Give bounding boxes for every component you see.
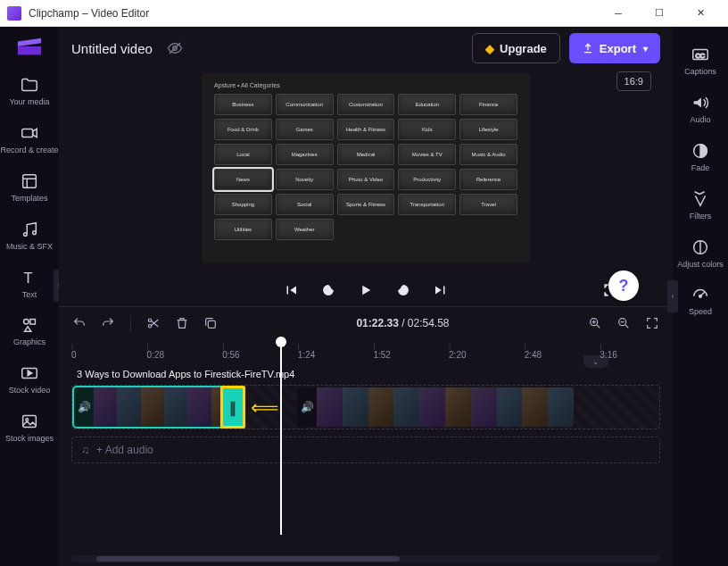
forward-button[interactable] [393,279,414,301]
preview-grid-cell: Weather [276,219,334,240]
redo-button[interactable] [100,315,116,331]
clip-filename-label: 3 Ways to Download Apps to Firestick-Fir… [71,367,300,381]
sidebar-label: Text [22,291,37,300]
preview-grid-cell: Customization [337,94,395,115]
zoom-in-button[interactable] [587,315,603,331]
sidebar-item-record-create[interactable]: Record & create [0,116,59,164]
captions-icon: CC [691,45,710,64]
sidebar-item-filters[interactable]: Filters [671,182,728,230]
duplicate-button[interactable] [203,315,219,331]
svg-rect-7 [30,320,35,325]
sidebar-item-templates[interactable]: Templates [0,164,59,212]
clip-audio-icon: 🔊 [74,387,94,427]
help-button[interactable]: ? [608,271,639,301]
trim-handle[interactable]: ‖ [220,386,245,429]
sidebar-item-audio[interactable]: Audio [671,86,728,134]
upgrade-label: Upgrade [500,42,547,55]
aspect-ratio-button[interactable]: 16:9 [616,71,651,91]
timeline-ruler[interactable]: 00:280:561:241:522:202:483:16 [59,338,673,362]
sidebar-item-speed[interactable]: Speed [671,278,728,326]
sidebar-item-text[interactable]: T Text [0,261,59,309]
diamond-icon: ◆ [485,42,494,55]
video-preview[interactable]: Apsture • All Categories BusinessCommuni… [202,73,530,263]
preview-grid-cell: Shopping [214,194,272,215]
preview-grid-cell: Magazines [276,144,334,165]
svg-point-6 [24,320,29,325]
export-button[interactable]: Export ▾ [569,33,660,63]
preview-grid-cell: Games [276,119,334,140]
sidebar-item-music-sfx[interactable]: Music & SFX [0,212,59,261]
sidebar-item-adjust-colors[interactable]: Adjust colors [671,230,728,279]
sidebar-item-fade[interactable]: Fade [671,134,728,182]
zoom-fit-button[interactable] [644,315,660,331]
upgrade-button[interactable]: ◆ Upgrade [472,33,560,63]
minimize-button[interactable]: ─ [598,0,639,27]
svg-point-4 [33,231,37,235]
svg-text:T: T [24,269,33,285]
sidebar-label: Fade [691,164,710,173]
sidebar-label: Adjust colors [677,261,724,270]
play-button[interactable] [355,279,376,301]
stock-video-icon [20,363,39,383]
skip-start-button[interactable] [280,279,302,301]
ruler-tick: 0:28 [147,342,164,360]
close-button[interactable]: ✕ [680,0,721,27]
rewind-button[interactable] [318,279,339,301]
sidebar-label: Filters [690,212,712,221]
svg-rect-9 [23,416,37,428]
current-time: 01:22.33 [356,317,398,329]
expand-right-panel[interactable]: ‹ [667,280,678,312]
video-clip-selected[interactable]: 🔊 [74,387,235,427]
filters-icon [691,189,710,209]
svg-rect-2 [23,174,37,187]
timeline-scrollbar[interactable] [71,555,660,562]
sidebar-item-captions[interactable]: CC Captions [671,37,728,86]
scrollbar-thumb[interactable] [96,556,400,562]
speed-icon [691,285,710,304]
sidebar-label: Stock video [9,387,51,395]
video-track[interactable]: 🔊 ‖ ⟸ 🔊 [71,385,660,429]
preview-grid-cell: News [214,169,272,190]
app-icon [7,6,21,21]
music-note-icon: ♫ [81,444,89,456]
add-audio-label: + Add audio [96,444,153,456]
preview-grid-cell: Medical [337,144,395,165]
preview-grid-cell: Social [276,194,334,215]
right-sidebar: CC Captions Audio Fade Filters Adjust co… [673,27,728,566]
split-button[interactable] [145,315,161,331]
visibility-icon[interactable] [167,40,183,56]
undo-button[interactable] [71,315,87,331]
left-sidebar: Your media Record & create Templates Mus… [0,27,59,566]
sidebar-item-stock-video[interactable]: Stock video [0,356,59,404]
sidebar-item-your-media[interactable]: Your media [0,68,59,116]
adjust-colors-icon [691,237,710,257]
maximize-button[interactable]: ☐ [639,0,680,27]
total-time: 02:54.58 [408,317,450,329]
playback-controls [202,274,530,306]
audio-track-empty[interactable]: ♫ + Add audio [71,437,660,463]
project-title[interactable]: Untitled video [71,41,153,56]
skip-end-button[interactable] [430,279,451,301]
video-clip[interactable]: 🔊 [297,387,574,427]
sidebar-item-graphics[interactable]: Graphics [0,308,59,356]
ruler-tick: 1:52 [373,342,390,360]
preview-grid-cell: Health & Fitness [337,119,395,140]
preview-area: 16:9 Apsture • All Categories BusinessCo… [59,70,673,306]
timeline-toolbar: 01:22.33 / 02:54.58 [59,306,673,338]
preview-grid-cell: Reference [459,169,517,190]
export-label: Export [600,42,636,55]
sidebar-label: Templates [11,195,47,204]
fade-icon [691,141,710,161]
playhead[interactable] [280,338,282,535]
sidebar-item-stock-images[interactable]: Stock images [0,404,59,453]
zoom-out-button[interactable] [616,315,632,331]
sidebar-label: Captions [684,68,716,77]
delete-button[interactable] [174,315,190,331]
chevron-down-icon: ▾ [643,44,648,54]
timeline-timecode: 01:22.33 / 02:54.58 [231,317,575,329]
text-icon: T [20,268,39,287]
stock-images-icon [20,412,39,431]
timeline-tracks: 3 Ways to Download Apps to Firestick-Fir… [59,362,673,554]
templates-icon [20,171,39,191]
preview-grid-cell: Travel [459,194,517,215]
